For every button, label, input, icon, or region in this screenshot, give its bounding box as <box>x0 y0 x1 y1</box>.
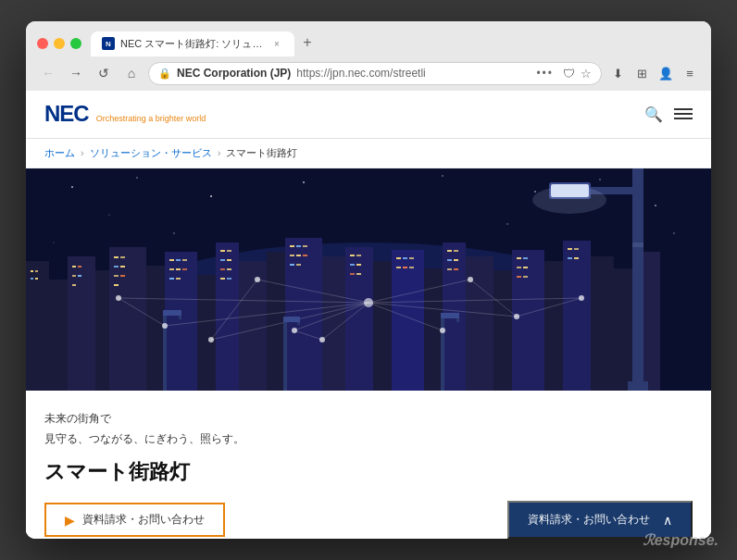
svg-rect-130 <box>283 318 287 391</box>
svg-rect-77 <box>290 255 294 256</box>
lock-icon: 🔒 <box>158 68 171 80</box>
svg-point-146 <box>440 328 445 333</box>
breadcrumb-home[interactable]: ホーム <box>44 146 75 160</box>
svg-rect-103 <box>523 267 528 268</box>
svg-rect-101 <box>523 257 528 259</box>
tab-close-button[interactable]: × <box>270 37 283 50</box>
back-button[interactable]: ← <box>37 62 59 84</box>
cta-primary-button[interactable]: ▶ 資料請求・お問い合わせ <box>44 503 225 537</box>
svg-marker-137 <box>441 313 459 318</box>
subtitle-line-1: 未来の街角で <box>44 409 693 429</box>
hero-image <box>26 168 711 391</box>
svg-rect-89 <box>403 257 407 259</box>
nav-right-icons: ⬇ ⊞ 👤 ≡ <box>607 63 700 83</box>
svg-rect-26 <box>267 252 285 391</box>
svg-rect-49 <box>78 275 81 277</box>
minimize-button[interactable] <box>54 38 65 49</box>
refresh-button[interactable]: ↺ <box>93 62 115 84</box>
cta-secondary-label: 資料請求・お問い合わせ <box>528 512 650 528</box>
svg-point-140 <box>255 277 260 282</box>
svg-point-144 <box>514 314 519 319</box>
svg-rect-61 <box>169 268 174 270</box>
svg-rect-50 <box>72 284 76 286</box>
svg-rect-134 <box>441 315 444 391</box>
svg-rect-71 <box>227 268 231 270</box>
svg-rect-88 <box>396 257 401 259</box>
hamburger-menu-icon[interactable] <box>674 108 693 119</box>
svg-rect-72 <box>220 278 225 280</box>
new-tab-button[interactable]: + <box>294 31 320 56</box>
svg-marker-129 <box>163 310 181 316</box>
svg-point-152 <box>532 186 606 214</box>
svg-point-3 <box>71 186 73 188</box>
svg-rect-38 <box>563 241 591 391</box>
svg-rect-69 <box>227 259 231 261</box>
menu-icon[interactable]: ≡ <box>680 63 700 83</box>
breadcrumb-sep-2: › <box>218 147 221 158</box>
maximize-button[interactable] <box>70 38 81 49</box>
svg-rect-66 <box>220 250 225 252</box>
active-tab[interactable]: N NEC スマート街路灯: ソリューション × <box>91 31 294 56</box>
nec-tagline: Orchestrating a brighter world <box>96 114 206 123</box>
svg-rect-85 <box>356 264 361 266</box>
svg-rect-97 <box>454 259 458 261</box>
svg-rect-91 <box>396 267 401 268</box>
svg-rect-40 <box>614 268 632 391</box>
breadcrumb: ホーム › ソリューション・サービス › スマート街路灯 <box>26 139 711 168</box>
svg-rect-22 <box>165 252 197 391</box>
svg-point-145 <box>579 295 584 301</box>
svg-rect-148 <box>632 168 643 391</box>
svg-point-14 <box>506 223 507 224</box>
svg-point-15 <box>673 232 675 234</box>
svg-rect-107 <box>574 248 579 250</box>
svg-point-4 <box>136 177 138 179</box>
close-button[interactable] <box>37 38 48 49</box>
svg-rect-60 <box>182 259 187 261</box>
svg-point-138 <box>162 323 168 329</box>
shield-icon[interactable]: 🛡 <box>563 67 575 81</box>
download-icon[interactable]: ⬇ <box>607 63 628 83</box>
svg-rect-23 <box>197 275 216 391</box>
svg-rect-27 <box>285 238 322 391</box>
svg-rect-31 <box>392 250 424 391</box>
svg-rect-59 <box>176 259 181 261</box>
svg-rect-92 <box>403 267 407 268</box>
home-button[interactable]: ⌂ <box>120 62 143 84</box>
svg-rect-68 <box>220 259 225 261</box>
svg-rect-16 <box>26 261 49 391</box>
svg-rect-70 <box>220 268 225 270</box>
response-watermark: ℛesponse. <box>643 531 718 549</box>
svg-rect-20 <box>109 247 146 391</box>
svg-rect-39 <box>591 256 614 391</box>
svg-rect-35 <box>493 270 512 391</box>
svg-rect-80 <box>290 264 294 266</box>
svg-rect-24 <box>216 243 239 391</box>
svg-rect-30 <box>373 261 392 391</box>
svg-rect-99 <box>454 268 458 270</box>
extensions-icon[interactable]: ⊞ <box>631 63 652 83</box>
nec-header: NEC Orchestrating a brighter world 🔍 Jap… <box>26 91 711 139</box>
svg-point-6 <box>108 214 109 215</box>
svg-rect-56 <box>120 275 125 277</box>
svg-rect-63 <box>182 268 187 270</box>
svg-rect-52 <box>120 256 125 258</box>
svg-point-143 <box>468 277 473 282</box>
svg-rect-45 <box>35 278 38 280</box>
svg-point-141 <box>208 337 214 342</box>
svg-rect-95 <box>454 250 458 252</box>
svg-point-7 <box>303 181 305 183</box>
bookmark-icon[interactable]: ☆ <box>581 67 592 81</box>
svg-rect-154 <box>628 381 648 391</box>
svg-rect-98 <box>447 268 452 270</box>
address-bar[interactable]: 🔒 NEC Corporation (JP) https://jpn.nec.c… <box>148 62 602 85</box>
tagline-plain: Orchestrating <box>96 114 146 123</box>
svg-point-147 <box>319 337 325 342</box>
search-icon[interactable]: 🔍 <box>644 106 663 123</box>
nec-logo: NEC <box>44 103 89 125</box>
breadcrumb-solutions[interactable]: ソリューション・サービス <box>90 146 212 160</box>
svg-rect-42 <box>31 270 33 272</box>
forward-button[interactable]: → <box>65 62 87 84</box>
profile-icon[interactable]: 👤 <box>656 63 676 83</box>
cta-primary-arrow: ▶ <box>65 513 75 528</box>
svg-rect-62 <box>176 268 181 270</box>
